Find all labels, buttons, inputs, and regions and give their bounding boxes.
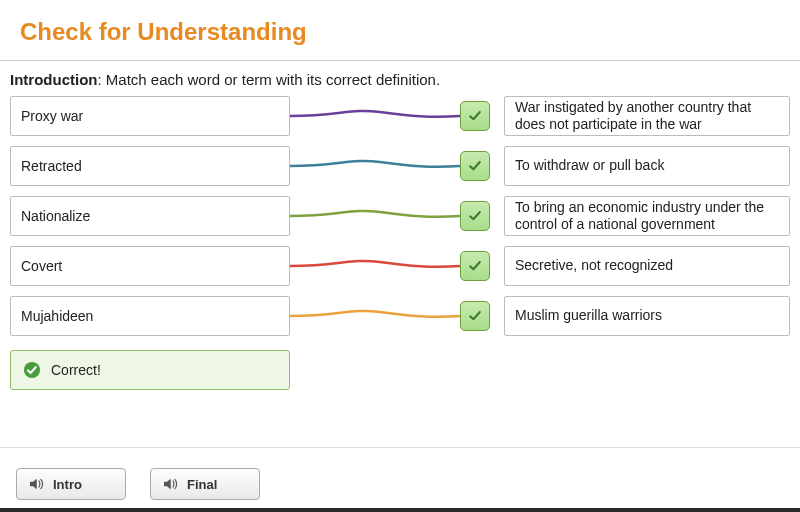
term-box[interactable]: Covert bbox=[10, 246, 290, 286]
connector bbox=[290, 146, 460, 186]
connector bbox=[290, 96, 460, 136]
term-box[interactable]: Nationalize bbox=[10, 196, 290, 236]
match-check bbox=[460, 151, 490, 181]
speaker-icon bbox=[161, 475, 179, 493]
speaker-icon bbox=[27, 475, 45, 493]
correct-icon bbox=[23, 361, 41, 379]
connector bbox=[290, 296, 460, 336]
match-row: MujahideenMuslim guerilla warriors bbox=[10, 296, 790, 336]
feedback-box: Correct! bbox=[10, 350, 290, 390]
check-icon bbox=[467, 158, 483, 174]
match-check bbox=[460, 201, 490, 231]
match-row: NationalizeTo bring an economic industry… bbox=[10, 196, 790, 236]
matching-area: Proxy warWar instigated by another count… bbox=[0, 96, 800, 336]
final-audio-button[interactable]: Final bbox=[150, 468, 260, 500]
match-check bbox=[460, 251, 490, 281]
intro-audio-label: Intro bbox=[53, 477, 82, 492]
instruction-label: Introduction bbox=[10, 71, 97, 88]
definition-box[interactable]: Secretive, not recognized bbox=[504, 246, 790, 286]
check-icon bbox=[467, 108, 483, 124]
connector bbox=[290, 196, 460, 236]
match-check bbox=[460, 101, 490, 131]
check-icon bbox=[467, 308, 483, 324]
footer: Intro Final bbox=[0, 456, 800, 512]
match-row: CovertSecretive, not recognized bbox=[10, 246, 790, 286]
check-icon bbox=[467, 208, 483, 224]
term-box[interactable]: Mujahideen bbox=[10, 296, 290, 336]
match-check bbox=[460, 301, 490, 331]
term-box[interactable]: Proxy war bbox=[10, 96, 290, 136]
bottom-accent-bar bbox=[0, 508, 800, 512]
feedback-text: Correct! bbox=[51, 362, 101, 378]
definition-box[interactable]: To withdraw or pull back bbox=[504, 146, 790, 186]
definition-box[interactable]: War instigated by another country that d… bbox=[504, 96, 790, 136]
match-row: RetractedTo withdraw or pull back bbox=[10, 146, 790, 186]
definition-box[interactable]: Muslim guerilla warriors bbox=[504, 296, 790, 336]
term-box[interactable]: Retracted bbox=[10, 146, 290, 186]
intro-audio-button[interactable]: Intro bbox=[16, 468, 126, 500]
match-row: Proxy warWar instigated by another count… bbox=[10, 96, 790, 136]
definition-box[interactable]: To bring an economic industry under the … bbox=[504, 196, 790, 236]
instruction-text: Introduction: Match each word or term wi… bbox=[0, 61, 800, 96]
final-audio-label: Final bbox=[187, 477, 217, 492]
footer-divider bbox=[0, 447, 800, 448]
instruction-body: : Match each word or term with its corre… bbox=[97, 71, 440, 88]
connector bbox=[290, 246, 460, 286]
check-icon bbox=[467, 258, 483, 274]
page-title: Check for Understanding bbox=[20, 18, 780, 46]
